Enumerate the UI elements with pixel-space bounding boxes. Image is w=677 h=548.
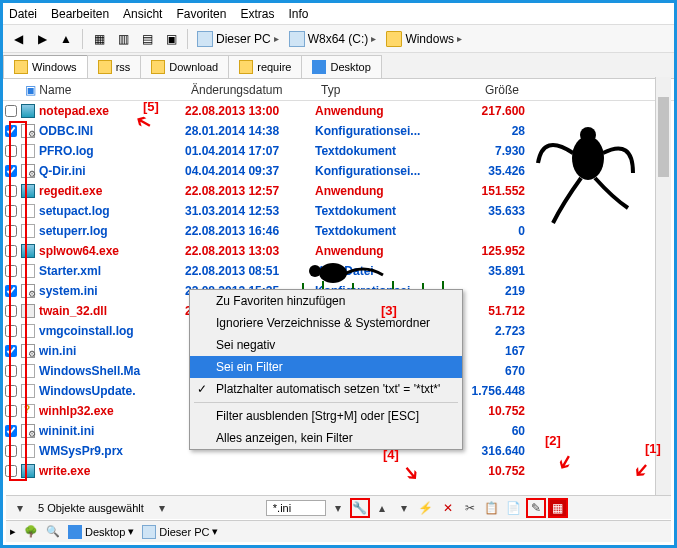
- tab-desktop[interactable]: Desktop: [301, 55, 381, 78]
- row-checkbox[interactable]: [5, 305, 17, 317]
- row-checkbox[interactable]: [5, 425, 17, 437]
- file-row[interactable]: regedit.exe22.08.2013 12:57Anwendung151.…: [3, 181, 674, 201]
- file-name: winhlp32.exe: [37, 404, 185, 418]
- file-row[interactable]: Starter.xml22.08.2013 08:51XML-Datei35.8…: [3, 261, 674, 281]
- sb-grid-icon[interactable]: ▦: [548, 498, 568, 518]
- menu-file[interactable]: Datei: [9, 7, 37, 21]
- bb-expand-icon[interactable]: ▸: [10, 525, 16, 538]
- layout-1-icon[interactable]: ▦: [88, 28, 110, 50]
- menu-favorites[interactable]: Favoriten: [176, 7, 226, 21]
- file-date: 22.08.2013 12:57: [185, 184, 315, 198]
- scrollbar-vertical[interactable]: [655, 77, 671, 495]
- tab-require[interactable]: require: [228, 55, 302, 78]
- status-selection: 5 Objekte ausgewählt: [32, 502, 150, 514]
- file-row[interactable]: setuperr.log22.08.2013 16:46Textdokument…: [3, 221, 674, 241]
- sb-expand-icon[interactable]: ▾: [10, 498, 30, 518]
- bb-pc[interactable]: Dieser PC ▾: [142, 525, 218, 539]
- file-size: 151.552: [445, 184, 525, 198]
- file-name: twain_32.dll: [37, 304, 185, 318]
- filter-tool-icon[interactable]: 🔧: [350, 498, 370, 518]
- row-checkbox[interactable]: [5, 125, 17, 137]
- cm-auto-placeholder[interactable]: Platzhalter automatisch setzen 'txt' = '…: [190, 378, 462, 400]
- sb-flash-icon[interactable]: ⚡: [416, 498, 436, 518]
- address-folder[interactable]: Windows▸: [382, 29, 466, 49]
- file-row[interactable]: Q-Dir.ini04.04.2014 09:37Konfigurationse…: [3, 161, 674, 181]
- row-checkbox[interactable]: [5, 385, 17, 397]
- folder-icon: [386, 31, 402, 47]
- layout-3-icon[interactable]: ▤: [136, 28, 158, 50]
- file-row[interactable]: setupact.log31.03.2014 12:53Textdokument…: [3, 201, 674, 221]
- bb-tree-icon[interactable]: 🌳: [24, 525, 38, 538]
- row-checkbox[interactable]: [5, 445, 17, 457]
- file-row[interactable]: ODBC.INI28.01.2014 14:38Konfigurationsei…: [3, 121, 674, 141]
- row-checkbox[interactable]: [5, 145, 17, 157]
- row-checkbox[interactable]: [5, 345, 17, 357]
- menu-view[interactable]: Ansicht: [123, 7, 162, 21]
- row-checkbox[interactable]: [5, 245, 17, 257]
- file-date: 28.01.2014 14:38: [185, 124, 315, 138]
- row-checkbox[interactable]: [5, 105, 17, 117]
- sb-drop2-icon[interactable]: ▾: [328, 498, 348, 518]
- sb-up-icon[interactable]: ▴: [372, 498, 392, 518]
- nav-fwd-icon[interactable]: ▶: [31, 28, 53, 50]
- menu-info[interactable]: Info: [288, 7, 308, 21]
- sb-copy-icon[interactable]: 📋: [482, 498, 502, 518]
- bb-search-icon[interactable]: 🔍: [46, 525, 60, 538]
- nav-back-icon[interactable]: ◀: [7, 28, 29, 50]
- layout-2-icon[interactable]: ▥: [112, 28, 134, 50]
- menu-extras[interactable]: Extras: [240, 7, 274, 21]
- col-type[interactable]: Typ: [315, 83, 445, 97]
- col-date[interactable]: Änderungsdatum: [185, 83, 315, 97]
- tab-windows[interactable]: Windows: [3, 55, 88, 78]
- file-row[interactable]: write.exe10.752: [3, 461, 674, 481]
- row-checkbox[interactable]: [5, 265, 17, 277]
- file-row[interactable]: PFRO.log01.04.2014 17:07Textdokument7.93…: [3, 141, 674, 161]
- bb-desktop[interactable]: Desktop ▾: [68, 525, 134, 539]
- file-name: notepad.exe: [37, 104, 185, 118]
- address-drive[interactable]: W8x64 (C:)▸: [285, 29, 381, 49]
- cm-ignore-dirs[interactable]: Ignoriere Verzeichnisse & Systemordner: [190, 312, 462, 334]
- col-size[interactable]: Größe: [445, 83, 525, 97]
- row-checkbox[interactable]: [5, 205, 17, 217]
- file-type: XML-Datei: [315, 264, 445, 278]
- sb-paste-icon[interactable]: 📄: [504, 498, 524, 518]
- file-icon: [21, 244, 35, 258]
- row-checkbox[interactable]: [5, 365, 17, 377]
- row-checkbox[interactable]: [5, 465, 17, 477]
- tab-download[interactable]: Download: [140, 55, 229, 78]
- cm-negative[interactable]: Sei negativ: [190, 334, 462, 356]
- file-date: 01.04.2014 17:07: [185, 144, 315, 158]
- sb-cut-icon[interactable]: ✂: [460, 498, 480, 518]
- sb-edit-icon[interactable]: ✎: [526, 498, 546, 518]
- pc-icon: [142, 525, 156, 539]
- file-date: 04.04.2014 09:37: [185, 164, 315, 178]
- row-checkbox[interactable]: [5, 165, 17, 177]
- row-checkbox[interactable]: [5, 225, 17, 237]
- file-size: 125.952: [445, 244, 525, 258]
- tab-rss[interactable]: rss: [87, 55, 142, 78]
- sb-down-icon[interactable]: ▾: [394, 498, 414, 518]
- col-name[interactable]: ▣ Name: [19, 83, 185, 97]
- file-icon: [21, 104, 35, 118]
- file-name: WMSysPr9.prx: [37, 444, 185, 458]
- file-name: system.ini: [37, 284, 185, 298]
- row-checkbox[interactable]: [5, 285, 17, 297]
- file-name: wininit.ini: [37, 424, 185, 438]
- cm-hide-filter[interactable]: Filter ausblenden [Strg+M] oder [ESC]: [190, 405, 462, 427]
- sb-delete-icon[interactable]: ✕: [438, 498, 458, 518]
- sb-drop-icon[interactable]: ▾: [152, 498, 172, 518]
- file-name: ODBC.INI: [37, 124, 185, 138]
- nav-up-icon[interactable]: ▲: [55, 28, 77, 50]
- file-row[interactable]: splwow64.exe22.08.2013 13:03Anwendung125…: [3, 241, 674, 261]
- cm-add-favorite[interactable]: Zu Favoriten hinzufügen: [190, 290, 462, 312]
- cm-be-filter[interactable]: Sei ein Filter: [190, 356, 462, 378]
- cm-show-all[interactable]: Alles anzeigen, kein Filter: [190, 427, 462, 449]
- layout-4-icon[interactable]: ▣: [160, 28, 182, 50]
- menu-edit[interactable]: Bearbeiten: [51, 7, 109, 21]
- row-checkbox[interactable]: [5, 405, 17, 417]
- file-row[interactable]: notepad.exe22.08.2013 13:00Anwendung217.…: [3, 101, 674, 121]
- row-checkbox[interactable]: [5, 325, 17, 337]
- row-checkbox[interactable]: [5, 185, 17, 197]
- address-pc[interactable]: Dieser PC▸: [193, 29, 283, 49]
- filter-input[interactable]: *.ini: [266, 500, 326, 516]
